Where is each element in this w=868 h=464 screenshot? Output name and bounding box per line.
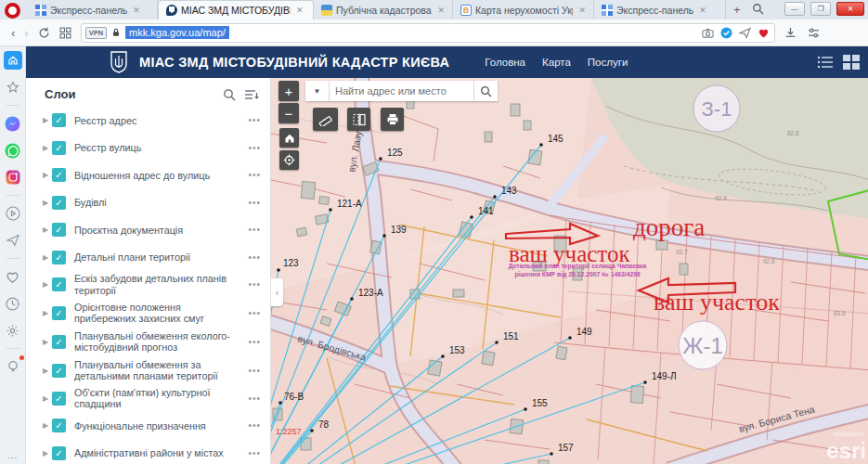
layer-menu-icon[interactable]: ••• — [248, 115, 261, 125]
layer-row[interactable]: ▶✓Проєктна документація••• — [26, 216, 270, 244]
tab-realty-map[interactable]: B Карта нерухомості України ✕ — [453, 0, 594, 19]
player-icon[interactable] — [4, 204, 22, 223]
tab-close-icon[interactable]: ✕ — [697, 6, 708, 15]
expand-caret-icon[interactable]: ▶ — [43, 116, 52, 124]
nav-services-link[interactable]: Послуги — [588, 57, 628, 68]
address-bar[interactable]: VPN mkk.kga.gov.ua/map/ — [81, 23, 775, 43]
layer-menu-icon[interactable]: ••• — [248, 420, 261, 431]
layer-checkbox[interactable]: ✓ — [52, 141, 66, 155]
layer-menu-icon[interactable]: ••• — [248, 225, 261, 235]
layers-search-icon[interactable] — [223, 88, 236, 101]
expand-caret-icon[interactable]: ▶ — [43, 226, 52, 234]
expand-caret-icon[interactable]: ▶ — [43, 309, 52, 317]
sidebar-more-button[interactable]: ... — [7, 450, 18, 460]
tab-close-icon[interactable]: ✕ — [577, 6, 588, 15]
layer-menu-icon[interactable]: ••• — [248, 143, 261, 153]
layer-checkbox[interactable]: ✓ — [52, 223, 66, 237]
new-tab-button[interactable]: + — [726, 0, 748, 19]
layer-checkbox[interactable]: ✓ — [52, 196, 66, 210]
tab-speed-dial-2[interactable]: Экспресс-панель ✕ — [594, 0, 726, 19]
instagram-icon[interactable] — [4, 168, 22, 187]
layer-checkbox[interactable]: ✓ — [52, 251, 66, 264]
layer-row[interactable]: ▶✓Планувальні обмеження за детальними пл… — [26, 356, 270, 385]
my-flow-send-icon[interactable] — [739, 27, 751, 39]
layer-checkbox[interactable]: ✓ — [52, 306, 66, 320]
history-icon[interactable] — [4, 294, 22, 313]
locate-button[interactable] — [279, 150, 299, 170]
layer-row[interactable]: ▶✓Будівлі••• — [26, 189, 270, 217]
layer-checkbox[interactable]: ✓ — [52, 364, 66, 378]
map-canvas[interactable]: 125 121-А 123 139 141 143 145 123-А 153 … — [271, 78, 868, 464]
reload-button[interactable] — [38, 27, 50, 39]
back-button[interactable]: ‹ — [11, 26, 15, 40]
layer-menu-icon[interactable]: ••• — [248, 308, 261, 318]
expand-caret-icon[interactable]: ▶ — [43, 338, 52, 346]
star-icon[interactable] — [4, 78, 22, 97]
layer-checkbox[interactable]: ✓ — [52, 113, 66, 127]
layer-row[interactable]: ▶✓Детальні плани території••• — [26, 244, 270, 272]
tab-speed-dial-1[interactable]: Экспресс-панель ✕ — [28, 0, 158, 19]
expand-caret-icon[interactable]: ▶ — [43, 171, 52, 179]
home-extent-button[interactable] — [279, 128, 299, 148]
whatsapp-icon[interactable] — [4, 141, 22, 160]
expand-caret-icon[interactable]: ▶ — [43, 421, 52, 430]
close-button[interactable]: ✕ — [836, 2, 864, 16]
tab-close-icon[interactable]: ✕ — [435, 6, 447, 15]
tab-close-icon[interactable]: ✕ — [131, 6, 142, 15]
layer-menu-icon[interactable]: ••• — [248, 170, 261, 180]
home-icon[interactable] — [4, 51, 22, 70]
expand-caret-icon[interactable]: ▶ — [43, 280, 52, 289]
zoom-in-button[interactable]: + — [279, 81, 299, 101]
zoom-out-button[interactable]: − — [279, 103, 299, 123]
layer-menu-icon[interactable]: ••• — [248, 252, 261, 263]
layer-row[interactable]: ▶✓Об'єкти (пам'ятки) культурної спадщини… — [26, 385, 270, 413]
expand-caret-icon[interactable]: ▶ — [43, 253, 52, 262]
layer-row[interactable]: ▶✓Реєстр адрес••• — [26, 107, 270, 135]
minimize-button[interactable]: — — [784, 2, 805, 16]
swipe-compare-button[interactable] — [347, 108, 370, 131]
apps-grid-icon[interactable] — [843, 55, 861, 71]
url-text-selected[interactable]: mkk.kga.gov.ua/map/ — [125, 26, 229, 39]
layer-menu-icon[interactable]: ••• — [248, 337, 261, 347]
layer-row[interactable]: ▶✓Орієнтовне положення прибережних захис… — [26, 299, 270, 328]
layer-menu-icon[interactable]: ••• — [248, 198, 261, 208]
restore-button[interactable]: ❐ — [810, 2, 831, 16]
expand-caret-icon[interactable]: ▶ — [43, 144, 52, 152]
snapshot-camera-icon[interactable] — [702, 27, 714, 39]
send-telegram-icon[interactable] — [4, 231, 22, 250]
layer-checkbox[interactable]: ✓ — [52, 419, 66, 432]
tab-search-icon[interactable] — [752, 3, 764, 15]
expand-caret-icon[interactable]: ▶ — [43, 199, 52, 207]
messenger-icon[interactable] — [4, 114, 22, 133]
layer-menu-icon[interactable]: ••• — [248, 279, 261, 290]
layer-row[interactable]: ▶✓Планувальні обмеження еколого-містобуд… — [26, 328, 270, 356]
panel-collapse-button[interactable]: ‹ — [271, 278, 283, 306]
tab-public-cadastre[interactable]: Публічна кадастрова карта ✕ — [314, 0, 453, 19]
layer-row[interactable]: ▶✓Реєстр вулиць••• — [26, 135, 270, 162]
layer-checkbox[interactable]: ✓ — [52, 446, 66, 460]
layer-checkbox[interactable]: ✓ — [52, 168, 66, 182]
heart-icon[interactable] — [4, 267, 22, 286]
print-button[interactable] — [381, 108, 404, 131]
verified-badge-icon[interactable] — [720, 27, 732, 39]
layer-row[interactable]: ▶✓Ескіз забудови детальних планів терито… — [26, 271, 270, 299]
layers-filter-icon[interactable] — [245, 88, 259, 100]
measure-tool-button[interactable] — [313, 108, 338, 131]
opera-logo-icon[interactable] — [5, 3, 20, 19]
layer-checkbox[interactable]: ✓ — [52, 392, 66, 406]
tab-close-icon[interactable]: ✕ — [294, 6, 305, 15]
nav-map-link[interactable]: Карта — [542, 57, 571, 68]
layer-row[interactable]: ▶✓Адміністративні райони у містах••• — [26, 440, 270, 464]
search-source-dropdown[interactable]: ▼ — [305, 81, 330, 101]
layer-menu-icon[interactable]: ••• — [248, 448, 261, 458]
legend-list-icon[interactable] — [817, 55, 834, 70]
expand-caret-icon[interactable]: ▶ — [43, 394, 52, 403]
layer-checkbox[interactable]: ✓ — [52, 335, 66, 349]
easy-setup-bulb-icon[interactable] — [4, 357, 22, 376]
layer-menu-icon[interactable]: ••• — [248, 393, 261, 404]
layer-row[interactable]: ▶✓Функціональне призначення••• — [26, 412, 270, 440]
expand-caret-icon[interactable]: ▶ — [43, 449, 52, 458]
tune-settings-icon[interactable] — [808, 27, 820, 39]
map-search-input[interactable] — [330, 81, 473, 101]
settings-gear-icon[interactable] — [4, 321, 22, 340]
